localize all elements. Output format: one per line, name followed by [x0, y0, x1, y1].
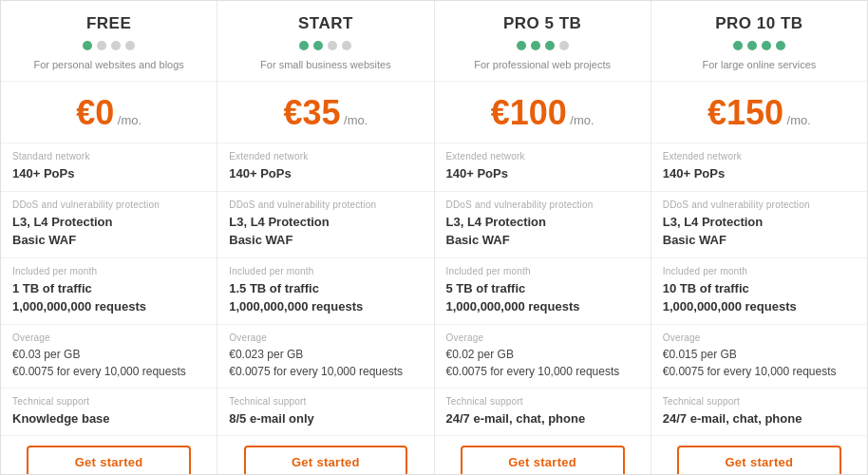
overage-label: Overage — [663, 332, 856, 343]
plan-network-section: Extended network 140+ PoPs — [651, 143, 867, 192]
plan-description: For large online services — [661, 58, 858, 71]
plan-description: For small business websites — [227, 58, 424, 71]
plan-description: For professional web projects — [444, 58, 641, 71]
get-started-button[interactable]: Get started — [27, 446, 191, 475]
support-value: 24/7 e-mail, chat, phone — [446, 409, 639, 428]
plan-overage-section: Overage €0.023 per GB€0.0075 for every 1… — [217, 325, 433, 389]
plan-network-section: Standard network 140+ PoPs — [1, 143, 217, 192]
plan-header-pro10: PRO 10 TB For large online services — [651, 1, 867, 82]
included-label: Included per month — [446, 266, 639, 276]
protection-value: L3, L4 ProtectionBasic WAF — [12, 213, 205, 250]
plan-dot — [299, 41, 309, 50]
protection-label: DDoS and vulnerability protection — [446, 200, 639, 210]
plan-col-start: START For small business websites €35 /m… — [217, 1, 434, 474]
plan-included-section: Included per month 5 TB of traffic1,000,… — [435, 258, 651, 325]
protection-label: DDoS and vulnerability protection — [663, 200, 856, 210]
protection-value: L3, L4 ProtectionBasic WAF — [446, 213, 639, 250]
plan-footer: Get started — [435, 436, 651, 475]
overage-value: €0.023 per GB€0.0075 for every 10,000 re… — [229, 346, 422, 380]
plan-included-section: Included per month 1 TB of traffic1,000,… — [1, 258, 217, 325]
plan-period: /mo. — [114, 113, 142, 127]
plan-dot — [97, 41, 106, 50]
get-started-button[interactable]: Get started — [461, 446, 625, 475]
plan-dot — [733, 41, 743, 50]
plan-support-section: Technical support Knowledge base — [1, 389, 217, 437]
network-value: 140+ PoPs — [229, 164, 422, 183]
included-value: 1.5 TB of traffic1,000,000,000 requests — [229, 279, 422, 316]
plan-period: /mo. — [783, 113, 811, 127]
included-value: 10 TB of traffic1,000,000,000 requests — [663, 279, 856, 316]
plan-included-section: Included per month 1.5 TB of traffic1,00… — [217, 258, 433, 325]
plan-protection-section: DDoS and vulnerability protection L3, L4… — [217, 192, 433, 258]
included-value: 1 TB of traffic1,000,000,000 requests — [12, 279, 205, 316]
plan-overage-section: Overage €0.015 per GB€0.0075 for every 1… — [651, 325, 867, 389]
plan-header-start: START For small business websites — [217, 1, 433, 82]
plan-dots — [444, 41, 641, 50]
support-value: 8/5 e-mail only — [229, 409, 422, 428]
get-started-button[interactable]: Get started — [677, 446, 841, 475]
network-value: 140+ PoPs — [446, 164, 639, 183]
plan-price: €100 — [491, 93, 567, 132]
plan-dot — [342, 41, 351, 50]
included-label: Included per month — [12, 266, 205, 276]
plan-price-row: €100 /mo. — [435, 82, 651, 143]
plan-name: FREE — [10, 14, 207, 33]
plan-price-row: €35 /mo. — [217, 82, 433, 143]
support-value: 24/7 e-mail, chat, phone — [663, 409, 856, 428]
plan-dots — [227, 41, 424, 50]
plan-price-row: €150 /mo. — [651, 82, 867, 143]
plan-price-row: €0 /mo. — [1, 82, 217, 143]
included-label: Included per month — [663, 266, 856, 276]
plan-overage-section: Overage €0.02 per GB€0.0075 for every 10… — [435, 325, 651, 389]
network-label: Extended network — [663, 151, 856, 162]
overage-label: Overage — [12, 332, 205, 343]
plan-dot — [125, 41, 135, 50]
plan-dot — [559, 41, 569, 50]
plan-price: €150 — [708, 93, 783, 132]
plan-period: /mo. — [340, 113, 368, 127]
protection-label: DDoS and vulnerability protection — [12, 200, 205, 210]
plan-support-section: Technical support 24/7 e-mail, chat, pho… — [435, 389, 651, 437]
plan-dots — [10, 41, 207, 50]
plan-price: €0 — [76, 93, 114, 132]
plan-dot — [517, 41, 526, 50]
plan-support-section: Technical support 24/7 e-mail, chat, pho… — [651, 389, 867, 437]
plan-header-free: FREE For personal websites and blogs — [1, 1, 217, 82]
plan-price: €35 — [283, 93, 340, 132]
plan-network-section: Extended network 140+ PoPs — [435, 143, 651, 192]
network-label: Extended network — [229, 151, 422, 162]
plan-dot — [313, 41, 323, 50]
included-value: 5 TB of traffic1,000,000,000 requests — [446, 279, 639, 316]
overage-label: Overage — [446, 332, 639, 343]
overage-value: €0.015 per GB€0.0075 for every 10,000 re… — [663, 346, 856, 380]
plan-footer: Get started — [651, 436, 867, 475]
plan-dot — [747, 41, 757, 50]
network-value: 140+ PoPs — [663, 164, 856, 183]
plan-col-pro10: PRO 10 TB For large online services €150… — [651, 1, 867, 474]
plan-network-section: Extended network 140+ PoPs — [217, 143, 433, 192]
plan-dot — [111, 41, 121, 50]
plan-support-section: Technical support 8/5 e-mail only — [217, 389, 433, 437]
plan-name: PRO 10 TB — [661, 14, 858, 33]
support-label: Technical support — [12, 396, 205, 407]
plan-dot — [776, 41, 785, 50]
plan-period: /mo. — [567, 113, 594, 127]
support-label: Technical support — [229, 396, 422, 407]
get-started-button[interactable]: Get started — [244, 446, 408, 475]
plan-protection-section: DDoS and vulnerability protection L3, L4… — [1, 192, 217, 258]
plan-col-pro5: PRO 5 TB For professional web projects €… — [435, 1, 651, 474]
overage-value: €0.02 per GB€0.0075 for every 10,000 req… — [446, 346, 639, 380]
plan-protection-section: DDoS and vulnerability protection L3, L4… — [435, 192, 651, 258]
plan-header-pro5: PRO 5 TB For professional web projects — [435, 1, 651, 82]
plan-dot — [762, 41, 771, 50]
protection-label: DDoS and vulnerability protection — [229, 200, 422, 210]
support-value: Knowledge base — [12, 409, 205, 428]
plan-dots — [661, 41, 858, 50]
protection-value: L3, L4 ProtectionBasic WAF — [229, 213, 422, 250]
plan-name: PRO 5 TB — [444, 14, 641, 33]
network-value: 140+ PoPs — [12, 164, 205, 183]
pricing-table: FREE For personal websites and blogs €0 … — [0, 0, 868, 475]
network-label: Standard network — [12, 151, 205, 162]
plan-protection-section: DDoS and vulnerability protection L3, L4… — [651, 192, 867, 258]
plan-col-free: FREE For personal websites and blogs €0 … — [1, 1, 217, 474]
